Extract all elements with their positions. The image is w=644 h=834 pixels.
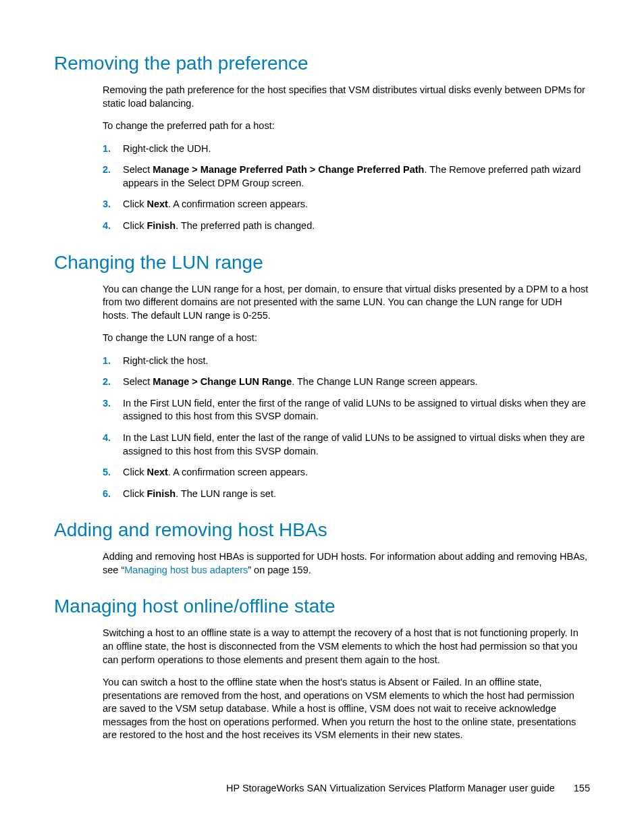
text-run: . The Change LUN Range screen appears. bbox=[292, 376, 477, 387]
text-run: Right-click the host. bbox=[123, 355, 209, 366]
step-item: 2.Select Manage > Manage Preferred Path … bbox=[103, 163, 590, 190]
section: Adding and removing host HBAsAdding and … bbox=[54, 519, 590, 577]
step-number: 6. bbox=[103, 488, 111, 501]
step-item: 3.In the First LUN field, enter the firs… bbox=[103, 397, 590, 423]
step-item: 4.In the Last LUN field, enter the last … bbox=[103, 432, 590, 458]
paragraph: Adding and removing host HBAs is support… bbox=[103, 550, 590, 577]
section: Changing the LUN rangeYou can change the… bbox=[54, 252, 590, 501]
text-run: Click bbox=[123, 220, 146, 231]
step-item: 1.Right-click the UDH. bbox=[103, 142, 590, 156]
text-run: ” on page 159. bbox=[248, 565, 311, 575]
footer-title: HP StorageWorks SAN Virtualization Servi… bbox=[226, 783, 555, 793]
step-number: 2. bbox=[103, 375, 111, 389]
step-item: 6.Click Finish. The LUN range is set. bbox=[103, 488, 590, 501]
step-number: 3. bbox=[103, 397, 111, 411]
section: Removing the path preferenceRemoving the… bbox=[54, 53, 590, 233]
paragraph: To change the preferred path for a host: bbox=[103, 120, 590, 133]
section-body: You can change the LUN range for a host,… bbox=[103, 283, 590, 501]
step-number: 4. bbox=[103, 432, 111, 445]
section-heading: Managing host online/offline state bbox=[54, 596, 590, 617]
text-run: Finish bbox=[146, 488, 176, 499]
text-run: Manage > Change LUN Range bbox=[153, 376, 292, 387]
text-run: . A confirmation screen appears. bbox=[168, 199, 308, 209]
step-list: 1.Right-click the host.2.Select Manage >… bbox=[103, 355, 590, 501]
text-run: Right-click the UDH. bbox=[123, 143, 211, 154]
text-run: Finish bbox=[146, 220, 176, 231]
step-item: 3.Click Next. A confirmation screen appe… bbox=[103, 198, 590, 211]
text-run: Next bbox=[146, 467, 167, 477]
step-number: 5. bbox=[103, 466, 111, 479]
text-run: . The preferred path is changed. bbox=[176, 220, 315, 231]
text-run: Next bbox=[146, 199, 167, 209]
step-number: 2. bbox=[103, 163, 111, 177]
text-run: Select bbox=[123, 164, 153, 175]
paragraph: Switching a host to an offline state is … bbox=[103, 627, 590, 667]
step-number: 1. bbox=[103, 142, 111, 156]
paragraph: You can switch a host to the offline sta… bbox=[103, 676, 590, 742]
step-number: 3. bbox=[103, 198, 111, 211]
text-run: Manage > Manage Preferred Path > Change … bbox=[153, 164, 424, 175]
page-footer: HP StorageWorks SAN Virtualization Servi… bbox=[0, 783, 590, 793]
step-item: 2.Select Manage > Change LUN Range. The … bbox=[103, 375, 590, 389]
text-run: In the Last LUN field, enter the last of… bbox=[123, 432, 585, 457]
text-run: . A confirmation screen appears. bbox=[168, 467, 308, 477]
text-run: Click bbox=[123, 488, 146, 499]
cross-ref-link[interactable]: Managing host bus adapters bbox=[124, 565, 248, 575]
text-run: Select bbox=[123, 376, 153, 387]
step-item: 5.Click Next. A confirmation screen appe… bbox=[103, 466, 590, 479]
text-run: . The LUN range is set. bbox=[176, 488, 276, 499]
section: Managing host online/offline stateSwitch… bbox=[54, 596, 590, 742]
section-heading: Changing the LUN range bbox=[54, 252, 590, 273]
text-run: Click bbox=[123, 199, 146, 209]
page: Removing the path preferenceRemoving the… bbox=[0, 0, 644, 834]
paragraph: You can change the LUN range for a host,… bbox=[103, 283, 590, 323]
step-list: 1.Right-click the UDH.2.Select Manage > … bbox=[103, 142, 590, 233]
section-heading: Removing the path preference bbox=[54, 53, 590, 74]
step-number: 1. bbox=[103, 355, 111, 368]
section-heading: Adding and removing host HBAs bbox=[54, 519, 590, 541]
section-body: Switching a host to an offline state is … bbox=[103, 627, 590, 742]
step-item: 4.Click Finish. The preferred path is ch… bbox=[103, 219, 590, 233]
paragraph: Removing the path preference for the hos… bbox=[103, 84, 590, 110]
step-number: 4. bbox=[103, 219, 111, 233]
text-run: Click bbox=[123, 467, 146, 477]
step-item: 1.Right-click the host. bbox=[103, 355, 590, 368]
page-number: 155 bbox=[574, 783, 590, 793]
section-body: Adding and removing host HBAs is support… bbox=[103, 550, 590, 577]
section-body: Removing the path preference for the hos… bbox=[103, 84, 590, 233]
paragraph: To change the LUN range of a host: bbox=[103, 332, 590, 345]
text-run: In the First LUN field, enter the first … bbox=[123, 398, 586, 422]
